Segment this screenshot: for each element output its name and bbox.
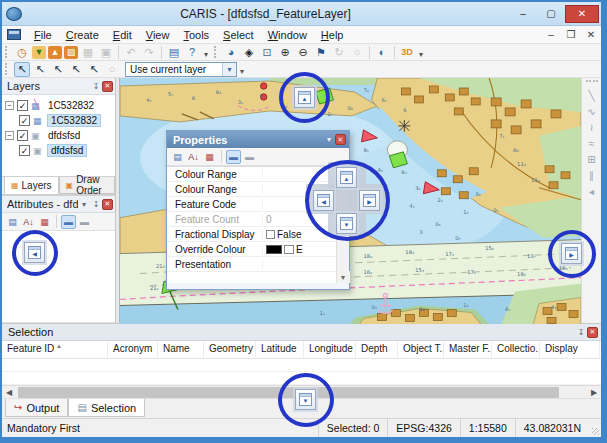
current-layer-combobox[interactable]: Use current layer▾ bbox=[125, 62, 237, 77]
pane-wide-icon[interactable]: ▬ bbox=[226, 150, 241, 164]
paste-icon[interactable]: ▣ bbox=[98, 45, 114, 60]
properties-title-bar[interactable]: Properties ▾ ✕ bbox=[167, 131, 349, 148]
close-button[interactable]: ✕ bbox=[565, 5, 599, 23]
dock-guide-up-button[interactable]: ▲ bbox=[336, 167, 357, 188]
dock-guide-left-button[interactable]: ◀ bbox=[24, 242, 45, 263]
scroll-right-icon[interactable]: ▶ bbox=[587, 386, 601, 399]
column-header-collectio[interactable]: Collectio... bbox=[492, 341, 540, 358]
undo-icon[interactable]: ↶ bbox=[123, 45, 139, 60]
layer-checkbox[interactable]: ✓ bbox=[17, 130, 28, 141]
menu-file[interactable]: File bbox=[27, 28, 59, 42]
sort-az-icon[interactable]: A↓ bbox=[186, 150, 201, 164]
layer-node-child[interactable]: ✓▦1C532832 bbox=[5, 113, 115, 128]
property-row[interactable]: Colour Range bbox=[167, 182, 336, 197]
dock-guide-right-button[interactable]: ▶ bbox=[561, 243, 582, 264]
dock-guide-down-button[interactable]: ▼ bbox=[336, 213, 357, 234]
menu-create[interactable]: Create bbox=[59, 28, 106, 42]
collapse-arrow-icon[interactable]: ◂ bbox=[584, 183, 600, 199]
zoom-window-icon[interactable]: ⊡ bbox=[259, 45, 275, 60]
mdi-child-icon[interactable] bbox=[7, 29, 21, 40]
categorized-icon[interactable]: ▤ bbox=[170, 150, 185, 164]
column-header-geometry[interactable]: Geometry bbox=[204, 341, 256, 358]
checkbox-icon[interactable] bbox=[266, 230, 275, 239]
pin-icon[interactable]: ↧ bbox=[575, 326, 587, 338]
dock-guide-right-button[interactable]: ▶ bbox=[359, 190, 380, 211]
find-icon[interactable]: ○ bbox=[349, 45, 365, 60]
pane-split-icon[interactable]: ▬ bbox=[77, 215, 92, 229]
tab-draw-order[interactable]: ▣Draw Order bbox=[59, 177, 115, 194]
property-row[interactable]: Fractional DisplayFalse bbox=[167, 227, 336, 242]
pane-wide-icon[interactable]: ▬ bbox=[61, 215, 76, 229]
mdi-restore-button[interactable]: ❐ bbox=[561, 29, 581, 40]
world-icon[interactable]: ◐ bbox=[374, 45, 390, 60]
scrollbar-thumb[interactable] bbox=[18, 387, 559, 398]
zoom-out-icon[interactable]: ⊖ bbox=[295, 45, 311, 60]
pane-split-icon[interactable]: ▬ bbox=[242, 150, 257, 164]
save-icon[interactable]: ▦ bbox=[80, 45, 96, 60]
pin-icon[interactable]: ↧ bbox=[90, 80, 102, 92]
dock-guide-down-button[interactable]: ▼ bbox=[295, 389, 316, 410]
overflow-icon[interactable]: ▾ bbox=[419, 50, 423, 60]
select-polygon-icon[interactable]: ↖ bbox=[50, 62, 66, 77]
column-header-name[interactable]: Name bbox=[158, 341, 204, 358]
layer-checkbox[interactable]: ✓ bbox=[17, 100, 28, 111]
chevron-down-icon[interactable]: ▾ bbox=[222, 63, 236, 76]
globe-icon[interactable]: ◕ bbox=[223, 45, 239, 60]
select-zoom-icon[interactable]: ○ bbox=[104, 62, 120, 77]
pin-icon[interactable]: ↧ bbox=[90, 198, 102, 210]
session-icon[interactable]: ◷ bbox=[14, 45, 30, 60]
column-header-longitude[interactable]: Longitude bbox=[304, 341, 356, 358]
import-icon[interactable]: ▲ bbox=[48, 46, 62, 59]
zoom-in-icon[interactable]: ⊕ bbox=[277, 45, 293, 60]
layers-copy-icon[interactable]: ▧ bbox=[64, 46, 78, 59]
layer-checkbox[interactable]: ✓ bbox=[19, 115, 30, 126]
property-row[interactable]: Feature Code bbox=[167, 197, 336, 212]
grid-view-icon[interactable]: ▦ bbox=[37, 215, 52, 229]
layer-label[interactable]: dfdsfsd bbox=[45, 130, 83, 141]
help-icon[interactable]: ? bbox=[184, 45, 200, 60]
toolbar-grip[interactable] bbox=[586, 80, 598, 84]
three-d-icon[interactable]: 3D bbox=[399, 45, 415, 60]
menu-edit[interactable]: Edit bbox=[106, 28, 139, 42]
draw-scurve-icon[interactable]: ≀ bbox=[584, 119, 600, 135]
layer-node-child[interactable]: ✓▣dfdsfsd bbox=[5, 143, 115, 158]
draw-sketch-icon[interactable]: ≈ bbox=[584, 135, 600, 151]
menu-view[interactable]: View bbox=[139, 28, 177, 42]
select-box-add-icon[interactable]: ↖ bbox=[86, 62, 102, 77]
property-value[interactable]: E bbox=[263, 244, 336, 255]
panel-menu-icon[interactable]: ▾ bbox=[78, 198, 90, 210]
column-header-acronym[interactable]: Acronym bbox=[108, 341, 158, 358]
property-value[interactable]: False bbox=[263, 229, 336, 240]
insert-box-icon[interactable]: ⊞ bbox=[584, 151, 600, 167]
layer-node[interactable]: −✓▦╲1C532832 bbox=[5, 98, 115, 113]
layer-label[interactable]: 1C532832 bbox=[47, 114, 101, 127]
pan-flag-icon[interactable]: ⚑ bbox=[313, 45, 329, 60]
menu-help[interactable]: Help bbox=[314, 28, 351, 42]
close-icon[interactable]: ✕ bbox=[102, 81, 113, 92]
close-icon[interactable]: ✕ bbox=[335, 134, 346, 145]
menu-window[interactable]: Window bbox=[261, 28, 314, 42]
panel-menu-icon[interactable]: ▾ bbox=[323, 134, 335, 146]
select-box-icon[interactable]: ↖ bbox=[68, 62, 84, 77]
menu-select[interactable]: Select bbox=[216, 28, 261, 42]
tree-collapse-icon[interactable]: − bbox=[5, 131, 14, 140]
select-rectangle-icon[interactable]: ↖ bbox=[14, 62, 30, 77]
column-header-feature-id[interactable]: Feature ID ▲ bbox=[2, 341, 108, 358]
layer-label[interactable]: dfdsfsd bbox=[47, 144, 87, 157]
layer-checkbox[interactable]: ✓ bbox=[19, 145, 30, 156]
property-row[interactable]: Override ColourE bbox=[167, 242, 336, 257]
print-icon[interactable]: ▤ bbox=[166, 45, 182, 60]
overflow-icon[interactable]: ▾ bbox=[240, 67, 244, 77]
hatch-icon[interactable]: ∥ bbox=[584, 167, 600, 183]
draw-curve-icon[interactable]: ∿ bbox=[584, 103, 600, 119]
scroll-down-icon[interactable]: ▼ bbox=[337, 271, 350, 283]
resize-grip[interactable] bbox=[589, 419, 601, 437]
tab-layers[interactable]: ▦Layers bbox=[4, 177, 59, 194]
dock-guide-up-button[interactable]: ▲ bbox=[294, 87, 315, 108]
open-icon[interactable]: ▼ bbox=[32, 46, 46, 59]
maximize-button[interactable]: ▢ bbox=[537, 5, 565, 23]
property-row[interactable]: Feature Count0 bbox=[167, 212, 336, 227]
redo-icon[interactable]: ↷ bbox=[141, 45, 157, 60]
tree-collapse-icon[interactable]: − bbox=[5, 101, 14, 110]
tab-output[interactable]: ↪Output bbox=[5, 399, 68, 417]
